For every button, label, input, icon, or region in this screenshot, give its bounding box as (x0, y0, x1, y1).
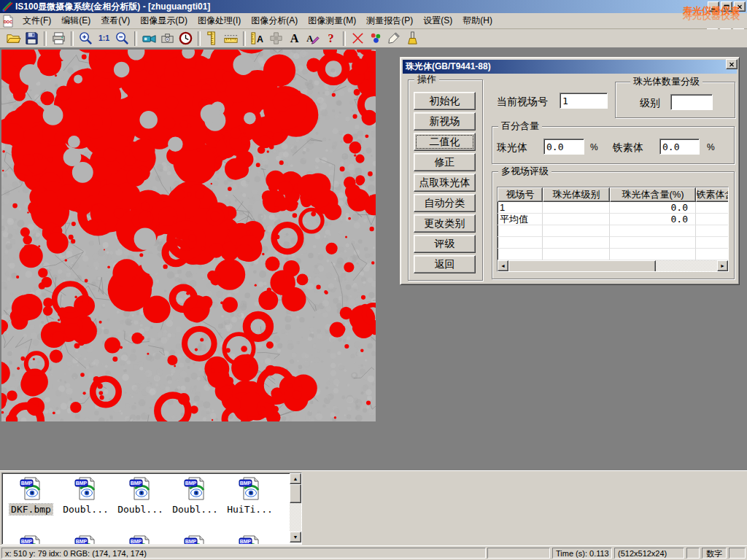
svg-text:BMP: BMP (185, 539, 196, 544)
menu-item-9[interactable]: 设置(S) (418, 12, 457, 29)
toolbar-pen-button[interactable] (385, 30, 403, 47)
op-button-2[interactable]: 新视场 (414, 112, 476, 131)
ruler-icon (223, 31, 239, 46)
table-cell (696, 225, 729, 237)
toolbar-clock-button[interactable] (177, 30, 195, 47)
status-position: x: 510 y: 79 idx: 0 RGB: (174, 174, 174) (1, 548, 486, 559)
toolbar-brush-button[interactable] (403, 30, 422, 47)
op-button-9[interactable]: 返回 (414, 255, 476, 273)
toolbar-zoom-in-button[interactable] (77, 30, 95, 47)
toolbar-print-button[interactable] (50, 30, 68, 47)
bmp-file-icon: BMP (128, 534, 153, 545)
grade-input[interactable] (670, 94, 713, 110)
toolbar: 1:1AAA? (0, 29, 747, 48)
toolbar-separator (343, 31, 346, 46)
svg-text:BMP: BMP (75, 539, 87, 544)
menu-item-6[interactable]: 图像分析(A) (246, 12, 303, 29)
file-item[interactable]: BMP (222, 534, 277, 545)
pearlite-input[interactable] (543, 139, 584, 155)
menu-item-4[interactable]: 图像显示(D) (135, 12, 193, 29)
window-maximize-button[interactable] (721, 1, 732, 12)
file-item[interactable]: BMP (168, 534, 222, 545)
scroll-down-button[interactable]: ▼ (290, 532, 301, 542)
table-row[interactable] (498, 249, 728, 260)
op-button-4[interactable]: 修正 (414, 153, 476, 171)
menu-item-10[interactable]: 帮助(H) (457, 12, 498, 29)
menu-item-2[interactable]: 编辑(E) (56, 12, 96, 29)
file-item[interactable]: BMPHuiTi... (222, 476, 277, 515)
file-item[interactable]: BMP (4, 534, 58, 545)
scroll-track[interactable] (656, 260, 717, 271)
file-item[interactable]: BMPDoubl... (168, 476, 222, 515)
menu-item-1[interactable]: 文件(F) (18, 12, 56, 29)
toolbar-zoom-out-button[interactable] (113, 30, 131, 47)
camera-icon (160, 31, 175, 46)
toolbar-help-button[interactable]: ? (322, 30, 340, 47)
toolbar-particles-button[interactable] (367, 30, 385, 47)
file-item[interactable]: BMP (58, 534, 113, 545)
toolbar-save-button[interactable] (23, 30, 41, 47)
window-title: IS100显微摄像系统(金相分析版) - [zhuguangti01] (15, 1, 210, 13)
scroll-thumb[interactable] (508, 260, 656, 272)
ferrite-input[interactable] (659, 139, 700, 155)
dialog-close-button[interactable] (726, 59, 738, 69)
menu-item-3[interactable]: 查看(V) (96, 12, 135, 29)
document-icon[interactable]: DOC (1, 15, 15, 28)
table-row[interactable] (498, 225, 728, 237)
help-icon: ? (323, 31, 338, 46)
menu-item-7[interactable]: 图像测量(M) (303, 12, 361, 29)
op-button-3[interactable]: 二值化 (414, 133, 476, 151)
window-minimize-button[interactable] (708, 1, 719, 12)
toolbar-text-button[interactable]: A (285, 30, 303, 47)
file-browser: BMPDKF.bmpBMPDoubl...BMPDoubl...BMPDoubl… (1, 472, 302, 545)
toolbar-curve-button[interactable] (349, 30, 367, 47)
op-button-6[interactable]: 自动分类 (414, 194, 476, 212)
file-item[interactable]: BMPDKF.bmp (4, 476, 58, 515)
window-close-button[interactable] (734, 1, 746, 12)
toolbar-camera-button[interactable] (158, 30, 177, 47)
menu-item-8[interactable]: 测量报告(P) (361, 12, 418, 29)
column-header-4[interactable]: 铁素体含量 (696, 187, 729, 202)
scroll-left-button[interactable]: ◄ (498, 260, 508, 271)
table-hscrollbar[interactable]: ◄► (498, 260, 728, 271)
column-header-3[interactable]: 珠光体含量(%) (610, 187, 696, 202)
toolbar-open-folder-button[interactable] (4, 30, 23, 47)
file-item[interactable]: BMPDoubl... (113, 476, 168, 515)
metallographic-image[interactable] (1, 50, 376, 421)
bmp-file-icon: BMP (183, 476, 208, 503)
toolbar-measure-text-button[interactable]: A (249, 30, 267, 47)
dialog-titlebar[interactable]: 珠光体(GB/T9441-88) (403, 60, 737, 74)
toolbar-actual-size-button[interactable]: 1:1 (95, 30, 113, 47)
toolbar-video-camera-button[interactable] (140, 30, 158, 47)
scroll-thumb[interactable] (290, 484, 301, 503)
file-name: Doubl... (61, 504, 110, 515)
scroll-up-button[interactable]: ▲ (290, 473, 301, 484)
toolbar-annotate-button[interactable]: A (303, 30, 322, 47)
op-button-1[interactable]: 初始化 (414, 92, 476, 110)
file-item[interactable]: BMPDoubl... (58, 476, 113, 515)
op-button-8[interactable]: 评级 (414, 235, 476, 253)
table-row[interactable] (498, 237, 728, 249)
annotate-icon: A (305, 31, 320, 46)
actual-size-icon: 1:1 (96, 31, 112, 46)
file-item[interactable]: BMP (113, 534, 168, 545)
zoom-out-icon (115, 31, 130, 46)
op-button-5[interactable]: 点取珠光体 (414, 174, 476, 192)
particles-icon (368, 31, 384, 46)
current-field-input[interactable] (560, 93, 608, 109)
op-button-7[interactable]: 更改类别 (414, 214, 476, 233)
window-titlebar[interactable]: IS100显微摄像系统(金相分析版) - [zhuguangti01] (0, 0, 747, 13)
file-vscrollbar[interactable]: ▲▼ (290, 473, 301, 542)
column-header-1[interactable]: 视场号 (498, 187, 543, 202)
menu-item-5[interactable]: 图像处理(I) (193, 12, 246, 29)
table-row[interactable]: 10.0 (498, 202, 728, 214)
file-name: Doubl... (171, 504, 220, 515)
toolbar-grid-cross-button[interactable] (267, 30, 285, 47)
toolbar-caliper-button[interactable] (204, 30, 222, 47)
table-row[interactable]: 平均值0.0 (498, 214, 728, 225)
scroll-right-button[interactable]: ► (717, 260, 728, 271)
toolbar-ruler-button[interactable] (222, 30, 240, 47)
toolbar-separator (243, 31, 246, 46)
table-cell (696, 249, 729, 260)
column-header-2[interactable]: 珠光体级别 (543, 187, 610, 202)
